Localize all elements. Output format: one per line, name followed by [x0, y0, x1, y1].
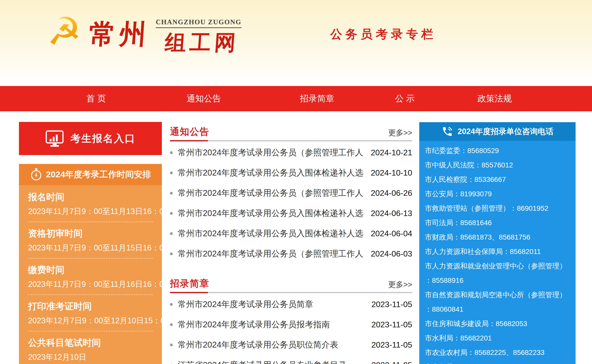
- schedule-header: 2024年度考录工作时间安排: [19, 164, 162, 185]
- recruit-date: 2023-11-05: [371, 360, 412, 364]
- timer-icon: [30, 168, 42, 181]
- notice-link[interactable]: 常州市2024年度考试录用公务员入围体检递补人选: [178, 208, 366, 219]
- recruit-list-item: 常州市2024年度考试录用公务员简章 2023-11-05: [170, 294, 412, 314]
- notice-date: 2024-06-04: [371, 229, 412, 238]
- recruit-date: 2023-11-05: [371, 320, 412, 329]
- recruit-section-title: 招录简章: [170, 277, 209, 290]
- notice-date: 2024-10-21: [371, 148, 412, 157]
- schedule-item-name: 公共科目笔试时间: [28, 337, 153, 349]
- notice-list-item: 常州市2024年度考试录用公务员（参照管理工作人 2024-10-21: [170, 142, 412, 163]
- bullet-icon: [170, 151, 173, 154]
- phone-icon: [442, 126, 453, 137]
- recruit-section: 招录简章 更多>> 常州市2024年度考试录用公务员简章 2023-11-05 …: [170, 276, 412, 364]
- phone-directory-entry: 市中级人民法院：85576012: [425, 158, 570, 172]
- schedule-item-time: 2023年11月7日9：00至11月13日16：00: [28, 206, 153, 217]
- bullet-icon: [170, 192, 173, 195]
- candidate-register-entry-button[interactable]: 考生报名入口: [19, 122, 162, 155]
- site-logo-en: CHANGZHOU ZUGONG: [156, 18, 242, 28]
- schedule-list: 报名时间 2023年11月7日9：00至11月13日16：00 资格初审时间 2…: [19, 185, 162, 362]
- notice-list-item: 常州市2024年度考试录用公务员（参照管理工作人 2024-06-26: [170, 183, 412, 203]
- page: ☭ 常州 组工网 CHANGZHOU ZUGONG 公务员考录专栏 首 页 通知…: [0, 0, 592, 364]
- schedule-item: 报名时间 2023年11月7日9：00至11月13日16：00: [28, 191, 153, 222]
- schedule-item-time: 2023年11月7日9：00至11月15日16：00: [28, 243, 153, 253]
- notice-more-link[interactable]: 更多>>: [388, 128, 412, 138]
- bullet-icon: [170, 303, 173, 306]
- notice-date: 2024-06-26: [371, 188, 412, 198]
- bullet-icon: [170, 323, 173, 326]
- bullet-icon: [170, 212, 173, 215]
- monitor-chart-icon: [45, 130, 64, 147]
- site-logo[interactable]: 常州: [88, 16, 151, 52]
- schedule-item-time: 2023年12月7日9：00至12月10日15：00: [28, 316, 153, 326]
- notice-list-item: 常州市2024年度考试录用公务员入围体检递补人选 2024-10-10: [170, 163, 412, 183]
- bullet-icon: [170, 232, 173, 235]
- recruit-link[interactable]: 常州市2024年度考试录用公务员职位简介表: [178, 339, 366, 351]
- phone-directory-entry: 市人民检察院：85336667: [425, 172, 570, 187]
- notice-section: 通知公告 更多>> 常州市2024年度考试录用公务员（参照管理工作人 2024-…: [170, 124, 412, 264]
- phone-directory-entry: 市自然资源和规划局空港中心所（参照管理）：88060841: [425, 288, 570, 316]
- notice-link[interactable]: 常州市2024年度考试录用公务员（参照管理工作人: [178, 248, 366, 260]
- schedule-item-name: 资格初审时间: [28, 228, 153, 239]
- recruit-link[interactable]: 常州市2024年度考试录用公务员报考指南: [178, 319, 366, 330]
- schedule-item: 打印准考证时间 2023年12月7日9：00至12月10日15：00: [28, 301, 153, 331]
- page-title: 公务员考录专栏: [330, 26, 436, 42]
- phone-directory-entry: 市人力资源和就业创业管理中心（参照管理）：85588916: [425, 259, 570, 288]
- phone-directory-entry: 市公安局：81993079: [425, 187, 570, 201]
- phone-directory-entry: 市商务局：85682313: [425, 360, 570, 364]
- site-header: ☭ 常州 组工网 CHANGZHOU ZUGONG 公务员考录专栏: [0, 0, 592, 86]
- recruit-link[interactable]: 常州市2024年度考试录用公务员简章: [178, 299, 366, 310]
- notice-link[interactable]: 常州市2024年度考试录用公务员入围体检递补人选: [178, 228, 366, 239]
- recruit-list-item: 常州市2024年度考试录用公务员职位简介表 2023-11-05: [170, 335, 412, 355]
- schedule-item-time: 2023年11月7日9：00至11月16日16：00: [28, 279, 153, 289]
- schedule-item-name: 报名时间: [28, 191, 153, 203]
- schedule-item: 公共科目笔试时间 2023年12月10日: [28, 337, 153, 362]
- phone-directory-entry: 市住房和城乡建设局：85682053: [425, 316, 570, 331]
- entry-button-label: 考生报名入口: [71, 132, 136, 145]
- recruit-list: 常州市2024年度考试录用公务员简章 2023-11-05 常州市2024年度考…: [170, 294, 412, 364]
- notice-list-item: 常州市2024年度考试录用公务员入围体检递补人选 2024-06-13: [170, 203, 412, 223]
- recruit-list-item: 江苏省2024年度考试录用公务员专业参考目录 2023-11-05: [170, 355, 412, 364]
- nav-item[interactable]: 政策法规: [477, 93, 512, 104]
- notice-date: 2024-06-13: [371, 209, 412, 218]
- party-emblem-icon: ☭: [47, 12, 81, 51]
- phone-directory-entry: 市农业农村局：85682225、85682233: [425, 345, 570, 360]
- recruit-more-link[interactable]: 更多>>: [388, 280, 412, 290]
- phone-directory-entry: 市财政局：85681873、85681756: [425, 230, 570, 244]
- schedule-item-name: 缴费时间: [28, 264, 153, 276]
- schedule-item: 缴费时间 2023年11月7日9：00至11月16日16：00: [28, 264, 153, 295]
- phone-directory-entry: 市纪委监委：85680529: [425, 143, 570, 158]
- notice-link[interactable]: 常州市2024年度考试录用公务员（参照管理工作人: [178, 187, 366, 199]
- nav-item[interactable]: 通知公告: [187, 93, 221, 104]
- bullet-icon: [170, 344, 173, 346]
- schedule-item-time: 2023年12月10日: [28, 352, 153, 362]
- recruit-date: 2023-11-05: [371, 340, 412, 350]
- phone-directory-panel: 2024年度招录单位咨询电话 市纪委监委：85680529 市中级人民法院：85…: [419, 122, 576, 364]
- phone-directory-entry: 市水利局：85682201: [425, 331, 570, 345]
- bullet-icon: [170, 172, 173, 174]
- notice-section-title: 通知公告: [170, 125, 209, 138]
- notice-list-item: 常州市2024年度考试录用公务员入围体检递补人选 2024-06-04: [170, 223, 412, 244]
- recruit-list-item: 常州市2024年度考试录用公务员报考指南 2023-11-05: [170, 314, 412, 335]
- phone-directory-entry: 市救助管理站（参照管理）：86901952: [425, 201, 570, 216]
- nav-item[interactable]: 公 示: [395, 93, 414, 104]
- recruit-date: 2023-11-05: [371, 300, 412, 309]
- phone-directory-entry: 市司法局：85681646: [425, 216, 570, 230]
- nav-item[interactable]: 招录简章: [300, 93, 334, 104]
- bullet-icon: [170, 252, 173, 255]
- section-divider: [170, 140, 412, 141]
- site-logo-sub[interactable]: 组工网: [164, 28, 240, 57]
- phone-directory-title: 2024年度招录单位咨询电话: [458, 126, 554, 137]
- recruit-link[interactable]: 江苏省2024年度考试录用公务员专业参考目录: [178, 359, 366, 364]
- notice-list: 常州市2024年度考试录用公务员（参照管理工作人 2024-10-21 常州市2…: [170, 142, 412, 264]
- section-divider: [170, 292, 412, 293]
- notice-link[interactable]: 常州市2024年度考试录用公务员（参照管理工作人: [178, 147, 366, 158]
- schedule-panel: 2024年度考录工作时间安排 报名时间 2023年11月7日9：00至11月13…: [19, 164, 162, 364]
- notice-list-item: 常州市2024年度考试录用公务员（参照管理工作人 2024-06-03: [170, 244, 412, 264]
- notice-date: 2024-06-03: [371, 249, 412, 259]
- phone-directory-header: 2024年度招录单位咨询电话: [419, 122, 576, 141]
- nav-item[interactable]: 首 页: [86, 93, 106, 104]
- notice-date: 2024-10-10: [371, 168, 412, 178]
- phone-directory-entry: 市人力资源和社会保障局：85682011: [425, 244, 570, 259]
- phone-directory-list: 市纪委监委：85680529 市中级人民法院：85576012 市人民检察院：8…: [419, 141, 576, 364]
- notice-link[interactable]: 常州市2024年度考试录用公务员入围体检递补人选: [178, 167, 366, 179]
